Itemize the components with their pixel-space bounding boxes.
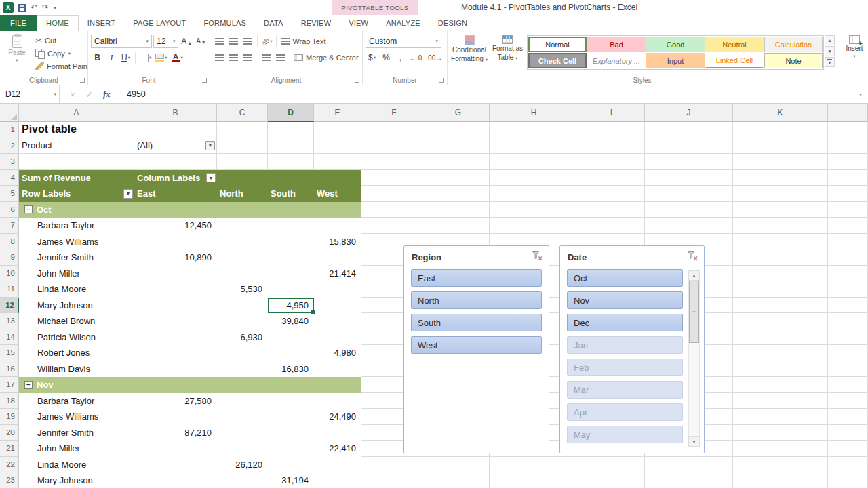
cell-L16[interactable] (828, 361, 868, 378)
font-name-combo[interactable]: Calibri ▾ (91, 35, 152, 48)
cell-D8[interactable] (268, 234, 314, 250)
tab-file[interactable]: FILE (0, 15, 37, 30)
tab-design[interactable]: DESIGN (429, 15, 476, 30)
cell-E1[interactable] (314, 122, 361, 138)
cell-L20[interactable] (828, 425, 868, 441)
cell-H5[interactable] (490, 186, 578, 202)
redo-icon[interactable]: ↷ (42, 3, 49, 12)
cell-K23[interactable] (733, 472, 828, 488)
increase-indent-button[interactable] (274, 51, 287, 64)
cell-G2[interactable] (427, 138, 490, 155)
cell-L23[interactable] (828, 472, 868, 488)
cell-K20[interactable] (733, 425, 828, 441)
cell-C13[interactable] (217, 313, 268, 329)
cell-C1[interactable] (217, 122, 268, 138)
conditional-formatting-button[interactable]: Conditional Formatting ▾ (450, 33, 488, 63)
cell-D18[interactable] (268, 393, 314, 409)
cell-D2[interactable] (268, 138, 314, 155)
tab-analyze[interactable]: ANALYZE (377, 15, 429, 30)
scroll-down-button[interactable]: ▼ (688, 436, 700, 447)
row-header-16[interactable]: 16 (0, 361, 19, 378)
column-header-J[interactable]: J (645, 104, 733, 122)
row-header-4[interactable]: 4 (0, 170, 19, 186)
cell-I1[interactable] (578, 122, 645, 138)
row-header-7[interactable]: 7 (0, 218, 19, 234)
cell-A5[interactable]: Row Labels▾ (19, 186, 134, 202)
cell-style-calc[interactable]: Calculation (764, 37, 823, 52)
cell-K22[interactable] (733, 457, 828, 473)
cell-A20[interactable]: Jennifer Smith (19, 425, 134, 441)
scroll-track[interactable]: ≡ (688, 281, 700, 436)
borders-button[interactable]: ▾ (138, 51, 153, 64)
cell-C18[interactable] (217, 393, 268, 409)
cell-K9[interactable] (733, 249, 828, 266)
slicer-item-dec[interactable]: Dec (567, 314, 683, 331)
align-center-button[interactable] (227, 51, 240, 64)
cell-F1[interactable] (361, 122, 427, 138)
cell-J1[interactable] (645, 122, 733, 138)
cell-D21[interactable] (268, 441, 314, 457)
cell-E13[interactable] (314, 313, 361, 329)
cell-K6[interactable] (733, 202, 828, 218)
name-box[interactable]: D12 ▾ (0, 85, 60, 103)
cell-K4[interactable] (733, 170, 828, 186)
cell-J22[interactable] (645, 457, 733, 473)
tab-home[interactable]: HOME (37, 15, 79, 31)
slicer-item-oct[interactable]: Oct (567, 269, 683, 287)
cell-L22[interactable] (828, 457, 868, 473)
cell-D19[interactable] (268, 409, 314, 425)
tab-data[interactable]: DATA (255, 15, 292, 30)
cancel-icon[interactable]: × (70, 89, 75, 100)
cell-B2[interactable]: (All)▾ (134, 138, 217, 155)
cell-I4[interactable] (578, 170, 645, 186)
row-header-9[interactable]: 9 (0, 249, 19, 266)
cell-E19[interactable]: 24,490 (314, 409, 361, 425)
slicer-item-may[interactable]: May (567, 426, 683, 443)
cell-J5[interactable] (645, 186, 733, 202)
cell-B16[interactable] (134, 361, 217, 378)
collapse-button[interactable]: − (24, 205, 33, 214)
cell-D6[interactable] (268, 202, 314, 218)
cell-B5[interactable]: East (134, 186, 217, 202)
cell-C4[interactable] (217, 170, 268, 186)
cell-B3[interactable] (134, 154, 217, 170)
increase-decimal-button[interactable]: ←.0 (408, 51, 423, 64)
column-header-I[interactable]: I (578, 104, 645, 122)
cell-L5[interactable] (828, 186, 868, 202)
cell-style-bad[interactable]: Bad (587, 37, 646, 52)
cell-C16[interactable] (217, 361, 268, 378)
row-header-3[interactable]: 3 (0, 154, 19, 170)
bottom-align-button[interactable] (241, 35, 254, 48)
cell-D16[interactable]: 16,830 (268, 361, 314, 378)
cell-L18[interactable] (828, 393, 868, 409)
row-header-11[interactable]: 11 (0, 281, 19, 298)
cell-C11[interactable]: 5,530 (217, 281, 268, 298)
row-header-1[interactable]: 1 (0, 122, 19, 138)
cell-L15[interactable] (828, 345, 868, 361)
cell-H7[interactable] (490, 218, 578, 234)
cell-H3[interactable] (490, 154, 578, 170)
slicer-item-apr[interactable]: Apr (567, 403, 683, 421)
cell-J3[interactable] (645, 154, 733, 170)
comma-style-button[interactable]: , (394, 51, 407, 64)
cell-B13[interactable] (134, 313, 217, 329)
cell-A16[interactable]: William Davis (19, 361, 134, 378)
cell-B1[interactable] (134, 122, 217, 138)
cell-B15[interactable] (134, 345, 217, 361)
column-header-K[interactable]: K (733, 104, 828, 122)
cell-C2[interactable] (217, 138, 268, 155)
cell-style-check[interactable]: Check Cell (528, 53, 587, 68)
row-header-19[interactable]: 19 (0, 409, 19, 425)
cell-B22[interactable] (134, 457, 217, 473)
cell-C17[interactable] (217, 377, 268, 393)
wrap-text-button[interactable]: Wrap Text (279, 36, 327, 47)
cell-C5[interactable]: North (217, 186, 268, 202)
chevron-down-icon[interactable]: ▾ (54, 92, 56, 97)
cell-A18[interactable]: Barbara Taylor (19, 393, 134, 409)
decrease-font-size-button[interactable]: A▼ (195, 35, 208, 48)
slicer-item-feb[interactable]: Feb (567, 359, 683, 376)
row-header-12[interactable]: 12 (0, 298, 19, 314)
row-header-21[interactable]: 21 (0, 441, 19, 457)
accounting-format-button[interactable]: $▾ (366, 51, 378, 64)
tab-formulas[interactable]: FORMULAS (195, 15, 255, 30)
